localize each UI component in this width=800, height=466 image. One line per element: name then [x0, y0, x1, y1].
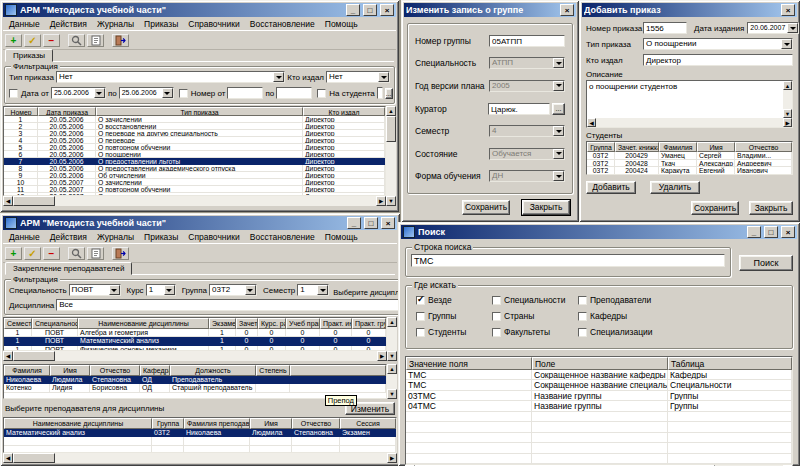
curator-input[interactable]: Царюк. [488, 103, 550, 115]
order-type-combo[interactable]: Нет [56, 71, 285, 83]
column-header[interactable]: Должность [170, 365, 256, 376]
close-button[interactable]: × [560, 4, 574, 16]
column-header[interactable]: Курс. раб. [258, 318, 286, 329]
table-row[interactable]: Математический анализ03Т2НиколаеваЛюдмил… [4, 429, 396, 438]
column-header[interactable]: Кафедра [140, 365, 170, 376]
menu-item[interactable]: Справочники [183, 232, 245, 242]
column-header[interactable]: Зачет. книжка [615, 142, 659, 152]
column-header[interactable]: Отчество [735, 142, 792, 152]
close-button[interactable]: × [380, 4, 394, 16]
study-form-combo[interactable]: ДН [489, 170, 565, 182]
table-row[interactable] [4, 437, 396, 446]
course-combo[interactable]: 1 [146, 284, 176, 296]
menu-item[interactable]: Приказы [139, 19, 183, 29]
column-header[interactable]: Учеб практ [286, 318, 320, 329]
column-header[interactable]: Значение поля [406, 357, 532, 370]
checkbox-faculties[interactable]: Факультеты [492, 327, 578, 337]
issue-date-picker[interactable]: 20.06.2007 [747, 22, 799, 34]
report-icon[interactable] [87, 247, 104, 260]
scroll-up-icon[interactable]: ▲ [783, 81, 792, 90]
speciality-combo[interactable]: ПОВТ [69, 284, 121, 296]
chevron-down-icon[interactable] [317, 285, 328, 295]
table-row[interactable]: 1ПОВТАлгебра и геометрия100000 [4, 329, 386, 338]
table-row[interactable]: 1ПОВТМатематический анализ100000 [4, 337, 386, 346]
table-row[interactable]: 520.05.2006О повторном обученииДиректор [4, 144, 385, 151]
close-button[interactable]: × [381, 217, 395, 229]
checkbox-teachers[interactable]: Преподаватели [578, 295, 651, 305]
vertical-scrollbar[interactable]: ▲ ▼ [387, 364, 397, 399]
table-row[interactable]: 1020.05.2007О зачисленииДиректор [4, 179, 385, 186]
close-button[interactable]: × [781, 226, 795, 238]
minimize-button[interactable]: _ [747, 226, 761, 238]
titlebar[interactable]: АРМ "Методиста учебной части" _ □ × [3, 3, 396, 17]
table-row[interactable]: 04ТМСНазвание группыГруппы [406, 401, 792, 412]
order-number-input[interactable]: 1556 [643, 22, 687, 34]
table-row[interactable]: 420.05.2006О переводеДиректор [4, 137, 385, 144]
number-filter-checkbox[interactable]: Номер от [179, 89, 226, 98]
scroll-right-icon[interactable]: ▶ [376, 196, 386, 206]
table-row[interactable]: 320.05.2006О переводе на другую специаль… [4, 130, 385, 137]
table-row[interactable]: ТМССокращенное название специальностиСпе… [406, 380, 792, 391]
menu-item[interactable]: Действия [45, 19, 92, 29]
add-icon[interactable]: + [5, 34, 22, 47]
order-type-combo[interactable]: О поощрении [643, 38, 793, 50]
horizontal-scrollbar[interactable]: ◀ ▶ [3, 453, 397, 463]
checkbox-countries[interactable]: Страны [492, 311, 578, 321]
group-number-input[interactable]: 05АТПП [489, 35, 565, 47]
delete-icon[interactable]: − [43, 34, 60, 47]
titlebar[interactable]: Поиск _ □ × [401, 225, 797, 239]
scroll-up-icon[interactable]: ▲ [386, 106, 396, 116]
column-header[interactable] [290, 365, 386, 376]
date-to-picker[interactable]: 25.06.2006 [119, 87, 174, 99]
column-header[interactable]: Семестр [4, 318, 32, 329]
state-combo[interactable]: Обучается [489, 148, 565, 160]
titlebar[interactable]: Добавить приказ × [582, 3, 797, 17]
column-header[interactable]: Отчество [90, 365, 140, 376]
column-header[interactable]: Степень [256, 365, 290, 376]
minimize-button[interactable]: _ [347, 217, 361, 229]
semester-combo[interactable]: 1 [297, 284, 329, 296]
scroll-left-icon[interactable]: ◀ [3, 453, 13, 463]
curator-picker-button[interactable]: ... [552, 103, 565, 115]
column-header[interactable]: Группа [587, 142, 615, 152]
column-header[interactable]: Экзамен [209, 318, 236, 329]
horizontal-scrollbar[interactable]: ◀ ▶ [3, 351, 387, 361]
scroll-right-icon[interactable]: ▶ [387, 453, 397, 463]
discipline-combo[interactable]: Все [56, 299, 411, 311]
tab-teacher-assignment[interactable]: Закрепление преподавателей [5, 262, 132, 275]
table-row[interactable]: 03ТМСНазвание группыГруппы [406, 391, 792, 402]
table-row[interactable]: 920.05.2006Об отчисленииДиректор [4, 172, 385, 179]
scroll-up-icon[interactable]: ▲ [387, 364, 397, 374]
semester-combo[interactable]: 4 [489, 125, 565, 137]
close-button[interactable]: × [781, 4, 795, 16]
issuer-input[interactable]: Директор [643, 54, 793, 66]
date-filter-checkbox[interactable]: Дата от [9, 89, 49, 98]
chevron-down-icon[interactable] [787, 23, 798, 33]
student-picker-button[interactable]: ... [385, 88, 393, 99]
column-header[interactable]: Имя [250, 418, 292, 429]
table-row[interactable]: КотенкоЛидияБорисовнаОДСтарший преподава… [4, 384, 386, 393]
minimize-button[interactable]: _ [346, 4, 360, 16]
table-row[interactable]: 120.05.2006О зачисленииДиректор [4, 116, 385, 123]
table-row[interactable] [4, 446, 396, 454]
table-row[interactable]: 220.05.2006О восстановленииДиректор [4, 123, 385, 130]
speciality-combo[interactable]: АТПП [489, 57, 565, 69]
column-header[interactable]: Имя [50, 365, 90, 376]
table-row[interactable]: 1120.05.2007О повторном обученииДиректор [4, 186, 385, 193]
group-combo[interactable]: 03Т2 [209, 284, 257, 296]
column-header[interactable]: Отчество [292, 418, 340, 429]
table-row[interactable] [406, 422, 792, 433]
menu-item[interactable]: Приказы [139, 232, 183, 242]
maximize-button[interactable]: □ [364, 217, 378, 229]
description-textarea[interactable]: о поощрении студентов [587, 81, 783, 118]
table-row[interactable]: 03Т2200429УманецСергейВладими... [587, 152, 792, 160]
close-dialog-button[interactable]: Закрыть [522, 200, 570, 215]
menu-item[interactable]: Справочники [183, 19, 245, 29]
column-header[interactable]: Наименование дисциплины [78, 318, 209, 329]
scroll-left-icon[interactable]: ◀ [3, 196, 13, 206]
table-row[interactable] [406, 454, 792, 465]
save-button[interactable]: Сохранить [691, 201, 739, 215]
horizontal-scrollbar[interactable]: ◀ ▶ [3, 196, 386, 206]
exit-icon[interactable] [112, 247, 129, 260]
checkbox-departments[interactable]: Кафедры [578, 311, 627, 321]
